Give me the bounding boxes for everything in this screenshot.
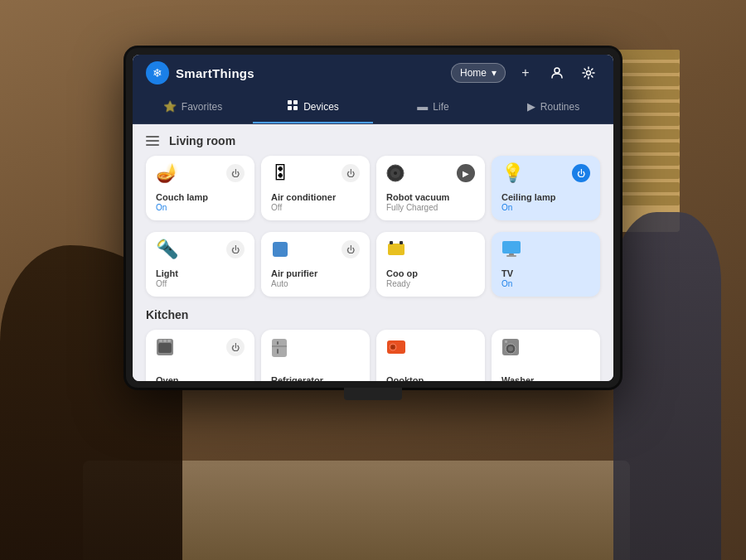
svg-point-27 xyxy=(391,345,395,349)
robot-vacuum-status: Fully Charged xyxy=(386,203,475,212)
device-card-qooker[interactable]: Coo op Ready xyxy=(376,232,485,297)
svg-point-1 xyxy=(587,71,591,75)
ceiling-lamp-name: Ceiling lamp xyxy=(501,192,590,202)
kitchen-section: Kitchen xyxy=(146,308,600,381)
couch-lamp-icon: 🪔 xyxy=(156,164,178,182)
tab-favorites-label: Favorites xyxy=(182,101,222,113)
tv-screen: ❄ SmartThings Home ▾ + xyxy=(133,55,613,381)
svg-rect-10 xyxy=(388,244,404,255)
tab-favorites[interactable]: ⭐ Favorites xyxy=(133,92,253,123)
card-top xyxy=(501,338,590,360)
device-card-couch-lamp[interactable]: 🪔 ⏻ Couch lamp On xyxy=(146,156,254,220)
card-top: 🎛 ⏻ xyxy=(271,164,360,182)
kitchen-row: ⏻ Oven xyxy=(146,330,600,381)
couch-lamp-status: On xyxy=(156,203,245,212)
svg-rect-31 xyxy=(505,340,507,343)
svg-rect-17 xyxy=(158,343,172,353)
ceiling-lamp-icon: 💡 xyxy=(501,164,524,182)
couch-lamp-power[interactable]: ⏻ xyxy=(226,164,245,182)
qooker-name: Coo op xyxy=(386,268,475,278)
tab-life[interactable]: ▬ Life xyxy=(373,92,493,123)
chevron-down-icon: ▾ xyxy=(492,67,497,79)
couch-lamp-name: Couch lamp xyxy=(156,192,245,202)
svg-rect-15 xyxy=(506,255,516,257)
devices-icon xyxy=(287,99,298,113)
device-card-refrigerator[interactable]: Refrigerator xyxy=(261,330,370,381)
robot-vacuum-name: Robot vacuum xyxy=(386,192,475,202)
card-top xyxy=(501,240,590,260)
svg-rect-18 xyxy=(159,340,162,342)
card-top xyxy=(386,240,475,262)
life-icon: ▬ xyxy=(417,100,428,113)
svg-rect-9 xyxy=(273,242,288,257)
svg-rect-2 xyxy=(288,100,292,104)
refrigerator-icon xyxy=(271,338,288,361)
svg-rect-3 xyxy=(293,100,298,104)
air-purifier-icon xyxy=(271,240,289,262)
kitchen-header: Kitchen xyxy=(146,308,600,321)
light-power[interactable]: ⏻ xyxy=(226,240,245,258)
living-room-header: Living room xyxy=(146,134,600,147)
air-purifier-power[interactable]: ⏻ xyxy=(342,240,360,258)
svg-rect-19 xyxy=(163,340,167,342)
air-conditioner-name: Air conditioner xyxy=(271,192,360,202)
card-top: 💡 ⏻ xyxy=(501,164,590,182)
device-card-tv[interactable]: TV On xyxy=(492,232,600,297)
device-card-air-conditioner[interactable]: 🎛 ⏻ Air conditioner Off xyxy=(261,156,370,220)
svg-rect-12 xyxy=(400,241,403,244)
svg-rect-20 xyxy=(167,340,171,342)
device-card-light[interactable]: 🔦 ⏻ Light Off xyxy=(146,232,254,297)
device-card-robot-vacuum[interactable]: ▶ Robot vacuum Fully Charged xyxy=(376,156,485,220)
app-content: Living room 🪔 ⏻ Couch lamp On xyxy=(133,124,613,381)
svg-rect-11 xyxy=(390,241,393,244)
air-conditioner-power[interactable]: ⏻ xyxy=(342,164,360,182)
tab-devices[interactable]: Devices xyxy=(253,91,373,123)
svg-point-30 xyxy=(508,346,513,351)
oven-power[interactable]: ⏻ xyxy=(226,338,245,356)
svg-point-0 xyxy=(555,68,560,73)
add-button[interactable]: + xyxy=(514,61,537,84)
tv-icon xyxy=(501,240,521,260)
app-logo: ❄ SmartThings xyxy=(146,61,254,84)
card-top: ⏻ xyxy=(271,240,360,262)
card-top xyxy=(386,338,475,360)
card-top: 🪔 ⏻ xyxy=(156,164,245,182)
oven-icon xyxy=(156,338,174,360)
settings-button[interactable] xyxy=(577,61,600,84)
svg-rect-5 xyxy=(293,106,298,110)
device-card-oven[interactable]: ⏻ Oven xyxy=(146,330,254,381)
air-purifier-status: Auto xyxy=(271,279,360,288)
air-purifier-name: Air purifier xyxy=(271,268,360,278)
smartthings-logo-icon: ❄ xyxy=(146,61,169,84)
app-name: SmartThings xyxy=(176,66,254,80)
device-card-ceiling-lamp[interactable]: 💡 ⏻ Ceiling lamp On xyxy=(492,156,600,220)
svg-rect-13 xyxy=(502,241,521,253)
tab-routines[interactable]: ▶ Routines xyxy=(493,92,613,123)
tab-life-label: Life xyxy=(433,101,448,113)
qooker-icon xyxy=(386,240,406,262)
kitchen-title: Kitchen xyxy=(146,308,188,321)
device-card-qooktop[interactable]: Qooktop xyxy=(376,330,485,381)
home-selector[interactable]: Home ▾ xyxy=(451,63,506,83)
living-room-row1: 🪔 ⏻ Couch lamp On 🎛 ⏻ Air condit xyxy=(146,156,600,220)
light-name: Light xyxy=(156,268,245,278)
ceiling-lamp-power[interactable]: ⏻ xyxy=(572,164,590,182)
tv-frame: ❄ SmartThings Home ▾ + xyxy=(126,48,620,388)
nav-tabs: ⭐ Favorites Devices ▬ Life xyxy=(133,91,613,124)
menu-icon[interactable] xyxy=(146,136,159,146)
robot-vacuum-play[interactable]: ▶ xyxy=(457,164,475,182)
robot-vacuum-icon xyxy=(386,164,404,186)
air-conditioner-status: Off xyxy=(271,203,360,212)
profile-button[interactable] xyxy=(545,61,569,84)
card-top: 🔦 ⏻ xyxy=(156,240,245,258)
living-room-title: Living room xyxy=(169,134,235,147)
air-conditioner-icon: 🎛 xyxy=(271,164,289,182)
device-card-air-purifier[interactable]: ⏻ Air purifier Auto xyxy=(261,232,370,297)
ceiling-lamp-status: On xyxy=(501,203,590,212)
device-card-washer[interactable]: Washer xyxy=(492,330,600,381)
refrigerator-name: Refrigerator xyxy=(271,375,360,381)
tv-status: On xyxy=(501,279,590,288)
tab-routines-label: Routines xyxy=(540,101,579,113)
routines-icon: ▶ xyxy=(527,100,535,113)
washer-icon xyxy=(501,338,520,360)
